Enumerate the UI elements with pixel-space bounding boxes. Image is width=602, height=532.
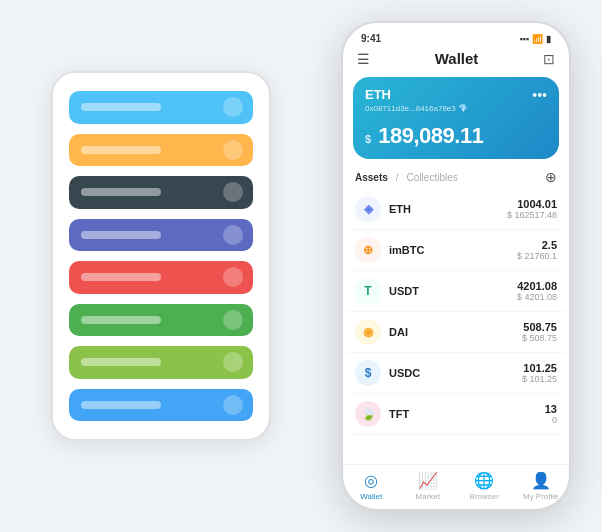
usdt-values: 4201.08$ 4201.08 (517, 280, 557, 302)
card-row-card-green[interactable] (69, 304, 253, 337)
asset-item-tft[interactable]: 🍃TFT130 (347, 394, 565, 435)
assets-tab-collectibles[interactable]: Collectibles (407, 172, 458, 183)
wallet-token: ETH (365, 87, 468, 102)
status-bar: 9:41 ▪▪▪ 📶 ▮ (343, 23, 569, 48)
wallet-card-top: ETH 0x08711d3e...8416a78e3 💎 ••• (365, 87, 547, 113)
imbtc-values: 2.5$ 21760.1 (517, 239, 557, 261)
card-row-icon (223, 352, 243, 372)
dai-amount: 508.75 (522, 321, 557, 333)
tft-usd: 0 (545, 415, 557, 425)
wallet-info: ETH 0x08711d3e...8416a78e3 💎 (365, 87, 468, 113)
tft-name: TFT (389, 408, 545, 420)
usdc-values: 101.25$ 101.25 (522, 362, 557, 384)
card-row-card-orange[interactable] (69, 134, 253, 167)
usdt-icon: T (355, 278, 381, 304)
tft-amount: 13 (545, 403, 557, 415)
phone-back (51, 71, 271, 441)
asset-item-imbtc[interactable]: ⊕imBTC2.5$ 21760.1 (347, 230, 565, 271)
card-row-icon (223, 395, 243, 415)
imbtc-icon: ⊕ (355, 237, 381, 263)
nav-item-wallet[interactable]: ◎Wallet (343, 471, 400, 501)
wallet-amount: $ 189,089.11 (365, 123, 547, 149)
card-row-icon (223, 267, 243, 287)
assets-add-icon[interactable]: ⊕ (545, 169, 557, 185)
nav-browser-icon: 🌐 (474, 471, 494, 490)
wallet-address: 0x08711d3e...8416a78e3 💎 (365, 104, 468, 113)
card-row-card-dark[interactable] (69, 176, 253, 209)
dai-values: 508.75$ 508.75 (522, 321, 557, 343)
usdt-amount: 4201.08 (517, 280, 557, 292)
nav-browser-label: Browser (470, 492, 499, 501)
asset-item-eth[interactable]: ◈ETH1004.01$ 162517.48 (347, 189, 565, 230)
card-row-card-light-green[interactable] (69, 346, 253, 379)
card-row-card-blue[interactable] (69, 91, 253, 124)
asset-item-usdc[interactable]: $USDC101.25$ 101.25 (347, 353, 565, 394)
bottom-nav: ◎Wallet📈Market🌐Browser👤My Profile (343, 464, 569, 509)
usdt-usd: $ 4201.08 (517, 292, 557, 302)
nav-item-browser[interactable]: 🌐Browser (456, 471, 513, 501)
eth-name: ETH (389, 203, 507, 215)
eth-values: 1004.01$ 162517.48 (507, 198, 557, 220)
wallet-card[interactable]: ETH 0x08711d3e...8416a78e3 💎 ••• $ 189,0… (353, 77, 559, 159)
card-row-label (81, 273, 161, 281)
usdc-amount: 101.25 (522, 362, 557, 374)
usdc-name: USDC (389, 367, 522, 379)
wallet-address-icon: 💎 (458, 104, 468, 113)
usdc-icon: $ (355, 360, 381, 386)
dai-icon: ◉ (355, 319, 381, 345)
nav-item-profile[interactable]: 👤My Profile (513, 471, 570, 501)
nav-market-label: Market (416, 492, 440, 501)
assets-tab-active[interactable]: Assets (355, 172, 388, 183)
phone-header: ☰ Wallet ⊡ (343, 48, 569, 73)
assets-header: Assets / Collectibles ⊕ (343, 167, 569, 189)
asset-item-dai[interactable]: ◉DAI508.75$ 508.75 (347, 312, 565, 353)
card-row-icon (223, 140, 243, 160)
card-row-label (81, 358, 161, 366)
assets-tabs: Assets / Collectibles (355, 172, 458, 183)
card-row-label (81, 188, 161, 196)
card-row-label (81, 146, 161, 154)
phone-front: 9:41 ▪▪▪ 📶 ▮ ☰ Wallet ⊡ ETH 0x08711d3e..… (341, 21, 571, 511)
usdc-usd: $ 101.25 (522, 374, 557, 384)
card-row-icon (223, 97, 243, 117)
card-row-label (81, 316, 161, 324)
card-row-label (81, 231, 161, 239)
header-title: Wallet (435, 50, 479, 67)
card-row-icon (223, 182, 243, 202)
card-row-label (81, 103, 161, 111)
nav-market-icon: 📈 (418, 471, 438, 490)
card-row-icon (223, 225, 243, 245)
card-row-card-purple[interactable] (69, 219, 253, 252)
wallet-dots[interactable]: ••• (532, 87, 547, 103)
menu-icon[interactable]: ☰ (357, 51, 370, 67)
signal-icon: ▪▪▪ (519, 34, 529, 44)
dai-name: DAI (389, 326, 522, 338)
scan-icon[interactable]: ⊡ (543, 51, 555, 67)
dai-usd: $ 508.75 (522, 333, 557, 343)
nav-wallet-label: Wallet (360, 492, 382, 501)
asset-item-usdt[interactable]: TUSDT4201.08$ 4201.08 (347, 271, 565, 312)
nav-profile-label: My Profile (523, 492, 559, 501)
imbtc-usd: $ 21760.1 (517, 251, 557, 261)
card-row-label (81, 401, 161, 409)
nav-profile-icon: 👤 (531, 471, 551, 490)
asset-list: ◈ETH1004.01$ 162517.48⊕imBTC2.5$ 21760.1… (343, 189, 569, 464)
card-row-card-red[interactable] (69, 261, 253, 294)
card-row-icon (223, 310, 243, 330)
nav-item-market[interactable]: 📈Market (400, 471, 457, 501)
scene: 9:41 ▪▪▪ 📶 ▮ ☰ Wallet ⊡ ETH 0x08711d3e..… (21, 21, 581, 511)
imbtc-amount: 2.5 (517, 239, 557, 251)
assets-tab-divider: / (396, 172, 399, 183)
tft-icon: 🍃 (355, 401, 381, 427)
battery-icon: ▮ (546, 34, 551, 44)
tft-values: 130 (545, 403, 557, 425)
time-label: 9:41 (361, 33, 381, 44)
eth-amount: 1004.01 (507, 198, 557, 210)
wallet-currency: $ (365, 133, 371, 145)
card-row-card-steel-blue[interactable] (69, 389, 253, 422)
eth-icon: ◈ (355, 196, 381, 222)
eth-usd: $ 162517.48 (507, 210, 557, 220)
wifi-icon: 📶 (532, 34, 543, 44)
imbtc-name: imBTC (389, 244, 517, 256)
nav-wallet-icon: ◎ (364, 471, 378, 490)
